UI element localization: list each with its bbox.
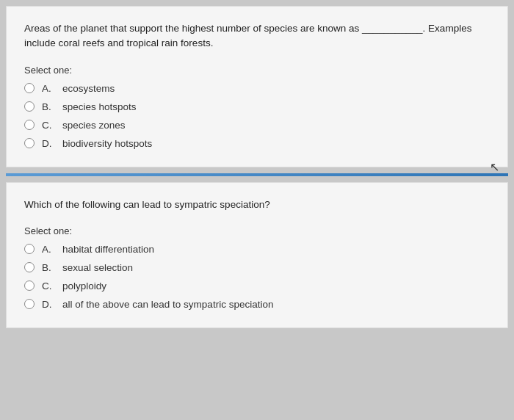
question-2-select-label: Select one: (24, 225, 490, 236)
option-letter-b-q2: B. (42, 262, 55, 273)
radio-c-q2[interactable] (24, 280, 35, 291)
divider-area: ↖ (6, 173, 508, 176)
option-letter-d-q1: D. (42, 138, 55, 149)
option-letter-d-q2: D. (42, 299, 55, 310)
option-text-c-q2: polyploidy (62, 280, 106, 292)
option-text-c-q1: species zones (62, 120, 126, 131)
question-1-options: A. ecosystems B. species hotspots C. spe… (24, 83, 490, 149)
option-letter-c-q2: C. (42, 280, 55, 292)
question-2-option-c[interactable]: C. polyploidy (24, 280, 490, 292)
radio-d-q2[interactable] (24, 299, 35, 309)
option-letter-a-q2: A. (42, 244, 55, 255)
option-text-b-q1: species hotspots (62, 101, 137, 112)
radio-a-q2[interactable] (24, 244, 35, 254)
option-text-b-q2: sexual selection (62, 262, 133, 273)
question-2-option-b[interactable]: B. sexual selection (24, 262, 490, 273)
question-2-option-d[interactable]: D. all of the above can lead to sympatri… (24, 299, 490, 310)
option-text-a-q1: ecosystems (62, 83, 115, 94)
question-1-text: Areas of the planet that support the hig… (24, 21, 490, 51)
section-divider (6, 173, 508, 176)
radio-c-q1[interactable] (24, 120, 35, 130)
option-letter-b-q1: B. (42, 101, 55, 112)
question-1-option-b[interactable]: B. species hotspots (24, 101, 490, 112)
option-text-d-q1: biodiversity hotspots (62, 138, 152, 149)
question-2-options: A. habitat differentiation B. sexual sel… (24, 244, 490, 310)
option-letter-a-q1: A. (42, 83, 55, 94)
question-1-option-c[interactable]: C. species zones (24, 120, 490, 131)
option-text-a-q2: habitat differentiation (62, 244, 154, 255)
radio-b-q1[interactable] (24, 101, 35, 112)
question-2-card: Which of the following can lead to sympa… (6, 182, 508, 328)
radio-a-q1[interactable] (24, 83, 35, 93)
option-text-d-q2: all of the above can lead to sympatric s… (62, 299, 273, 310)
question-1-card: Areas of the planet that support the hig… (6, 6, 508, 167)
question-1-option-a[interactable]: A. ecosystems (24, 83, 490, 94)
option-letter-c-q1: C. (42, 120, 55, 131)
question-2-option-a[interactable]: A. habitat differentiation (24, 244, 490, 255)
question-2-text: Which of the following can lead to sympa… (24, 198, 490, 212)
radio-b-q2[interactable] (24, 262, 35, 272)
radio-d-q1[interactable] (24, 138, 35, 148)
cursor-indicator: ↖ (490, 160, 499, 174)
question-1-select-label: Select one: (24, 65, 490, 76)
question-1-option-d[interactable]: D. biodiversity hotspots (24, 138, 490, 149)
